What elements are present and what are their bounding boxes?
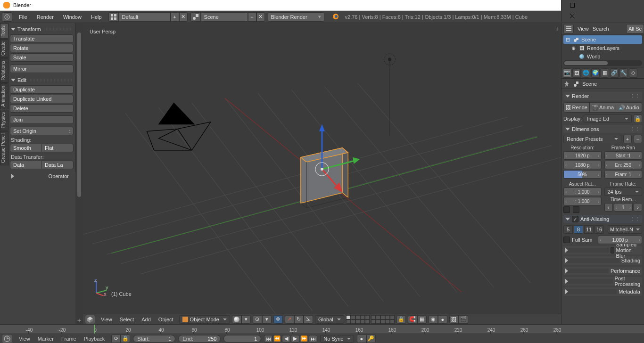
render-presets[interactable]: Render Presets (563, 135, 621, 143)
duplicate-button[interactable]: Duplicate (10, 85, 74, 94)
vtab-relations[interactable]: Relations (0, 58, 8, 83)
rotate-button[interactable]: Rotate (10, 44, 74, 52)
render-button[interactable]: 🖼Rende (563, 102, 590, 113)
vmenu-view[interactable]: View (97, 317, 116, 322)
screen-layout-selector[interactable]: Default + ✕ (108, 12, 188, 22)
aa-8[interactable]: 8 (574, 225, 583, 234)
fps-select[interactable]: 24 fps (604, 188, 643, 196)
ptab-modifiers-icon[interactable]: 🔧 (619, 68, 628, 78)
vtab-tools[interactable]: Tools (0, 23, 8, 39)
outliner-world-row[interactable]: World (563, 52, 642, 61)
outliner-scene-row[interactable]: ⊟Scene (563, 35, 642, 44)
panel-post-processing[interactable]: Post Processing (563, 277, 642, 286)
ptab-scene-icon[interactable]: 🌐 (582, 68, 590, 78)
outliner-scrollbar[interactable] (563, 60, 642, 66)
properties-tabs[interactable]: 📷 🖼 🌐 🌍 ▦ 🔗 🔧 ◇ (561, 67, 644, 79)
remap-prev[interactable]: ‹ (604, 203, 613, 212)
outliner-view[interactable]: View (578, 26, 589, 32)
toolshelf-scroll[interactable]: + (75, 23, 83, 324)
scene-selector[interactable]: Scene + ✕ (190, 12, 265, 22)
viewport-scene[interactable] (83, 23, 561, 324)
display-lock-icon[interactable]: 🔒 (634, 114, 642, 123)
crop-checkbox[interactable] (573, 206, 579, 213)
panel-shading[interactable]: Shading (563, 256, 642, 265)
frame-start-field[interactable]: Start :1 (604, 151, 643, 160)
layer-buttons[interactable] (346, 315, 395, 324)
ptab-world-icon[interactable]: 🌍 (591, 68, 600, 78)
shading-mode[interactable]: ▾ (232, 315, 251, 324)
remap-field[interactable]: 1 (614, 203, 633, 212)
vmenu-select[interactable]: Select (116, 317, 138, 322)
panel-render[interactable]: Render⋮⋮ (563, 92, 642, 100)
translate-button[interactable]: Translate (10, 34, 74, 43)
aa-enable-checkbox[interactable] (572, 216, 578, 222)
menu-window[interactable]: Window (59, 13, 85, 21)
preset-remove-button[interactable]: − (634, 135, 642, 143)
preset-add-button[interactable]: + (623, 135, 632, 143)
panel-motion-blur[interactable]: Sampled Motion Blur (563, 246, 642, 254)
pivot-point[interactable]: ⊙▾ (253, 315, 272, 324)
aspect-y-field[interactable]: : 1.000 (563, 197, 602, 205)
scene-name[interactable]: Scene (201, 12, 248, 22)
frame-end-field[interactable]: En: 250 (604, 161, 643, 169)
region-expand-right-icon[interactable]: + (555, 25, 559, 33)
tl-menu-view[interactable]: View (15, 336, 34, 342)
jump-end-icon[interactable]: ⏭ (309, 335, 317, 343)
tl-menu-playback[interactable]: Playback (80, 336, 109, 342)
panel-transform[interactable]: Transform (10, 25, 74, 33)
res-y-field[interactable]: 1080 p (563, 161, 602, 169)
outliner-search[interactable]: Search (593, 26, 609, 32)
outliner-renderlayers-row[interactable]: ⊕🖼RenderLayers (563, 44, 642, 52)
timeline-ruler[interactable]: -40-200204060801001201401601802002202402… (0, 324, 644, 334)
menu-help[interactable]: Help (87, 13, 106, 21)
scene-remove-button[interactable]: ✕ (256, 12, 265, 22)
close-button[interactable] (561, 11, 583, 22)
menu-file[interactable]: File (15, 13, 31, 21)
layout-add-button[interactable]: + (171, 12, 179, 22)
toolshelf-tabs[interactable]: Tools Create Relations Animation Physics… (0, 23, 8, 324)
aspect-x-field[interactable]: : 1.000 (563, 188, 602, 196)
start-frame-field[interactable]: Start:1 (133, 335, 175, 343)
viewport-3d[interactable]: User Persp (83, 23, 561, 324)
layout-browse-icon[interactable] (108, 12, 119, 22)
panel-edit[interactable]: Edit (10, 76, 74, 84)
play-rev-icon[interactable]: ◀ (282, 335, 290, 343)
vtab-animation[interactable]: Animation (0, 83, 8, 109)
scale-button[interactable]: Scale (10, 53, 74, 62)
ptab-render-icon[interactable]: 📷 (563, 68, 571, 78)
panel-performance[interactable]: Performance (563, 267, 642, 275)
render-engine-selector[interactable]: Blender Render▾ (268, 12, 324, 22)
info-menus[interactable]: File Render Window Help (15, 13, 106, 21)
audio-button[interactable]: 🔊Audio (616, 102, 642, 113)
manipulator-toggle[interactable]: ✥ (273, 315, 283, 324)
tl-toggle-group[interactable]: ⟳🔒 (111, 335, 130, 343)
autokey-group[interactable]: ●🔑 (357, 335, 376, 343)
aa-16[interactable]: 16 (594, 225, 604, 234)
engine-name[interactable]: Blender Render▾ (268, 12, 324, 22)
data-layout-button[interactable]: Data La (42, 161, 74, 169)
proportional-edit[interactable]: ◉● (429, 315, 447, 324)
playhead[interactable] (94, 325, 95, 334)
transport-controls[interactable]: ⏮ ⏪ ◀ ▶ ⏩ ⏭ (264, 335, 317, 343)
jump-start-icon[interactable]: ⏮ (264, 335, 272, 343)
ptab-renderlayers-icon[interactable]: 🖼 (572, 68, 581, 78)
outliner-filter[interactable]: All Sc (626, 24, 644, 33)
timeline-menus[interactable]: View Marker Frame Playback (15, 336, 108, 342)
layout-name[interactable]: Default (119, 12, 171, 22)
scene-add-button[interactable]: + (248, 12, 256, 22)
snap-group[interactable]: 🧲▦ (408, 315, 427, 324)
vmenu-add[interactable]: Add (138, 317, 155, 322)
vtab-create[interactable]: Create (0, 39, 8, 58)
aa-5[interactable]: 5 (563, 225, 573, 234)
manipulator-type[interactable]: ↗↻⇲ (285, 315, 313, 324)
region-expand-icon[interactable]: + (77, 317, 81, 324)
aa-filter-select[interactable]: Mitchell-N (608, 225, 642, 234)
res-pct-field[interactable]: 50% (563, 170, 602, 179)
flat-button[interactable]: Flat (42, 144, 74, 152)
mode-selector[interactable]: Object Mode (179, 315, 230, 324)
aa-size-field[interactable]: 1.000 p (598, 236, 642, 244)
tl-menu-marker[interactable]: Marker (34, 336, 58, 342)
view3d-editor-icon[interactable] (85, 315, 95, 324)
outliner[interactable]: ⊟Scene ⊕🖼RenderLayers World (561, 34, 644, 67)
frame-step-field[interactable]: Fram: 1 (604, 170, 643, 179)
